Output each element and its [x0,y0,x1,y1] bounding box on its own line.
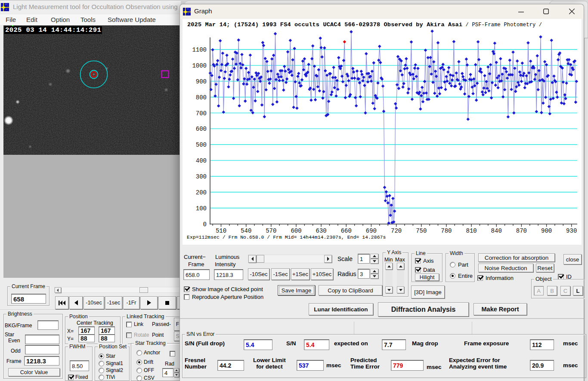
svg-text:780: 780 [441,227,452,234]
svg-text:400: 400 [196,157,207,164]
svg-text:570: 570 [266,227,276,234]
svg-text:500: 500 [196,141,207,148]
svg-text:0: 0 [203,221,207,228]
svg-text:1100: 1100 [192,46,207,53]
svg-text:660: 660 [341,227,352,234]
svg-text:840: 840 [491,227,502,234]
svg-text:100: 100 [196,205,207,212]
svg-text:600: 600 [291,227,301,234]
svg-text:700: 700 [196,110,207,117]
svg-text:750: 750 [416,227,427,234]
svg-text:810: 810 [466,227,477,234]
svg-text:870: 870 [516,227,527,234]
svg-text:200: 200 [196,189,207,196]
svg-text:300: 300 [196,173,207,180]
svg-text:600: 600 [196,126,207,132]
svg-text:1000: 1000 [192,62,207,69]
svg-text:690: 690 [366,227,377,234]
svg-text:900: 900 [541,227,552,234]
svg-text:630: 630 [316,227,326,234]
svg-text:510: 510 [216,227,226,234]
svg-text:540: 540 [241,227,251,234]
svg-text:720: 720 [391,227,402,234]
svg-text:930: 930 [566,227,577,234]
svg-text:900: 900 [196,78,207,85]
svg-text:800: 800 [196,94,207,101]
